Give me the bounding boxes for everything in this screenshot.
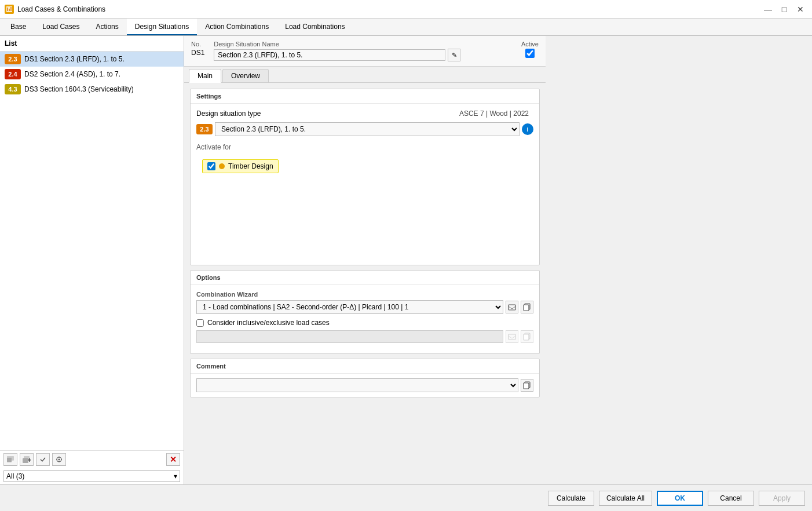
app-icon bbox=[5, 5, 14, 14]
list-items: 2.3 DS1 Section 2.3 (LRFD), 1. to 5. 2.4… bbox=[0, 52, 184, 450]
settings-title: Settings bbox=[191, 89, 539, 104]
comment-title: Comment bbox=[191, 359, 539, 374]
right-empty-panel bbox=[546, 36, 812, 484]
list-footer: ✕ bbox=[0, 450, 184, 468]
list-badge-ds2: 2.4 bbox=[5, 69, 21, 79]
window-title: Load Cases & Combinations bbox=[17, 5, 758, 13]
apply-button[interactable]: Apply bbox=[759, 491, 805, 506]
type-row: Design situation type ASCE 7 | Wood | 20… bbox=[196, 110, 533, 118]
svg-rect-5 bbox=[7, 458, 12, 462]
inclusive-copy-button[interactable] bbox=[521, 330, 533, 343]
timber-design-label: Timber Design bbox=[228, 162, 273, 170]
comment-section: Comment bbox=[190, 359, 540, 397]
activate-label: Activate for bbox=[196, 143, 533, 151]
edit-name-button[interactable]: ✎ bbox=[448, 49, 460, 61]
activate-area: Timber Design bbox=[196, 155, 533, 259]
settings-section: Settings Design situation type ASCE 7 | … bbox=[190, 89, 540, 265]
timber-design-checkbox[interactable] bbox=[207, 162, 215, 170]
svg-rect-23 bbox=[524, 383, 529, 389]
wizard-row: 1 - Load combinations | SA2 - Second-ord… bbox=[196, 300, 533, 314]
dropdown-arrow-icon: ▾ bbox=[174, 472, 177, 480]
titlebar: Load Cases & Combinations ― □ ✕ bbox=[0, 0, 812, 19]
info-button[interactable]: i bbox=[522, 123, 533, 135]
main-content: List 2.3 DS1 Section 2.3 (LRFD), 1. to 5… bbox=[0, 36, 812, 484]
menu-tabs: Base Load Cases Actions Design Situation… bbox=[0, 19, 812, 36]
active-label: Active bbox=[521, 41, 539, 48]
list-item-text-ds3: DS3 Section 1604.3 (Serviceability) bbox=[24, 85, 134, 93]
timber-design-dot bbox=[219, 163, 225, 169]
window-controls: ― □ ✕ bbox=[761, 4, 807, 14]
type-label: Design situation type bbox=[196, 110, 459, 118]
comment-copy-button[interactable] bbox=[521, 379, 533, 392]
timber-design-item: Timber Design bbox=[202, 159, 279, 173]
wizard-dropdown[interactable]: 1 - Load combinations | SA2 - Second-ord… bbox=[196, 300, 503, 314]
wizard-open-button[interactable] bbox=[506, 301, 518, 313]
list-filter-dropdown[interactable]: All (3) ▾ bbox=[3, 470, 180, 482]
tab-design-situations[interactable]: Design Situations bbox=[127, 19, 197, 35]
activate-container: Activate for Timber Design bbox=[196, 143, 533, 259]
add-item-button[interactable] bbox=[3, 453, 17, 466]
content-tabs: Main Overview bbox=[184, 67, 546, 83]
tab-base[interactable]: Base bbox=[2, 19, 34, 35]
svg-rect-7 bbox=[23, 458, 28, 463]
name-label: Design Situation Name bbox=[214, 41, 512, 48]
list-item-text-ds2: DS2 Section 2.4 (ASD), 1. to 7. bbox=[24, 70, 120, 78]
close-button[interactable]: ✕ bbox=[793, 4, 807, 14]
check-button[interactable] bbox=[36, 453, 50, 466]
tab-actions[interactable]: Actions bbox=[87, 19, 126, 35]
calculate-button[interactable]: Calculate bbox=[548, 491, 594, 506]
options-section: Options Combination Wizard 1 - Load comb… bbox=[190, 270, 540, 354]
type-value: ASCE 7 | Wood | 2022 bbox=[459, 110, 529, 118]
cancel-button[interactable]: Cancel bbox=[708, 491, 754, 506]
calculate-all-button[interactable]: Calculate All bbox=[599, 491, 652, 506]
bottom-bar: Calculate Calculate All OK Cancel Apply bbox=[0, 484, 812, 511]
main-tab-content: Settings Design situation type ASCE 7 | … bbox=[184, 83, 546, 484]
detail-header: No. DS1 Design Situation Name ✎ Active bbox=[184, 36, 546, 67]
comment-dropdown[interactable] bbox=[196, 378, 518, 392]
list-item[interactable]: 2.3 DS1 Section 2.3 (LRFD), 1. to 5. bbox=[0, 52, 184, 67]
list-badge-ds3: 4.3 bbox=[5, 84, 21, 94]
inclusive-checkbox[interactable] bbox=[196, 319, 204, 327]
svg-point-11 bbox=[58, 459, 60, 461]
list-filter-label: All (3) bbox=[6, 472, 24, 480]
ok-button[interactable]: OK bbox=[657, 491, 703, 506]
inclusive-open-button[interactable] bbox=[506, 330, 518, 343]
options-inner: Combination Wizard 1 - Load combinations… bbox=[191, 285, 539, 353]
comment-inner bbox=[191, 374, 539, 397]
list-item-text-ds1: DS1 Section 2.3 (LRFD), 1. to 5. bbox=[24, 55, 125, 63]
no-value: DS1 bbox=[191, 49, 204, 57]
active-group: Active bbox=[521, 41, 539, 58]
list-item[interactable]: 4.3 DS3 Section 1604.3 (Serviceability) bbox=[0, 82, 184, 97]
list-panel: List 2.3 DS1 Section 2.3 (LRFD), 1. to 5… bbox=[0, 36, 184, 484]
list-badge-ds1: 2.3 bbox=[5, 54, 21, 64]
tab-main[interactable]: Main bbox=[189, 69, 221, 83]
maximize-button[interactable]: □ bbox=[777, 4, 791, 14]
wizard-copy-button[interactable] bbox=[521, 301, 533, 313]
tab-load-combinations[interactable]: Load Combinations bbox=[277, 19, 353, 35]
type-badge: 2.3 bbox=[196, 124, 213, 134]
list-item[interactable]: 2.4 DS2 Section 2.4 (ASD), 1. to 7. bbox=[0, 67, 184, 82]
svg-rect-21 bbox=[524, 334, 529, 340]
name-field-row: ✎ bbox=[214, 49, 512, 61]
inclusive-field-row bbox=[196, 330, 533, 343]
inclusive-row: Consider inclusive/exclusive load cases bbox=[196, 319, 533, 327]
inclusive-label: Consider inclusive/exclusive load cases bbox=[207, 319, 330, 327]
minimize-button[interactable]: ― bbox=[761, 4, 775, 14]
duplicate-button[interactable] bbox=[20, 453, 34, 466]
tools-button[interactable] bbox=[52, 453, 66, 466]
design-name-input[interactable] bbox=[214, 49, 445, 61]
wizard-label: Combination Wizard bbox=[196, 291, 533, 298]
tab-load-cases[interactable]: Load Cases bbox=[34, 19, 87, 35]
no-field-group: No. DS1 bbox=[191, 41, 204, 57]
name-field-group: Design Situation Name ✎ bbox=[214, 41, 512, 61]
comment-row bbox=[196, 378, 533, 392]
inclusive-field bbox=[196, 330, 503, 343]
tab-overview[interactable]: Overview bbox=[222, 69, 269, 82]
right-panel: No. DS1 Design Situation Name ✎ Active M… bbox=[184, 36, 546, 484]
tab-action-combinations[interactable]: Action Combinations bbox=[197, 19, 277, 35]
no-label: No. bbox=[191, 41, 204, 48]
delete-button[interactable]: ✕ bbox=[166, 453, 180, 466]
active-checkbox[interactable] bbox=[525, 49, 535, 58]
svg-rect-18 bbox=[524, 305, 529, 311]
type-dropdown[interactable]: Section 2.3 (LRFD), 1. to 5. bbox=[215, 122, 520, 136]
